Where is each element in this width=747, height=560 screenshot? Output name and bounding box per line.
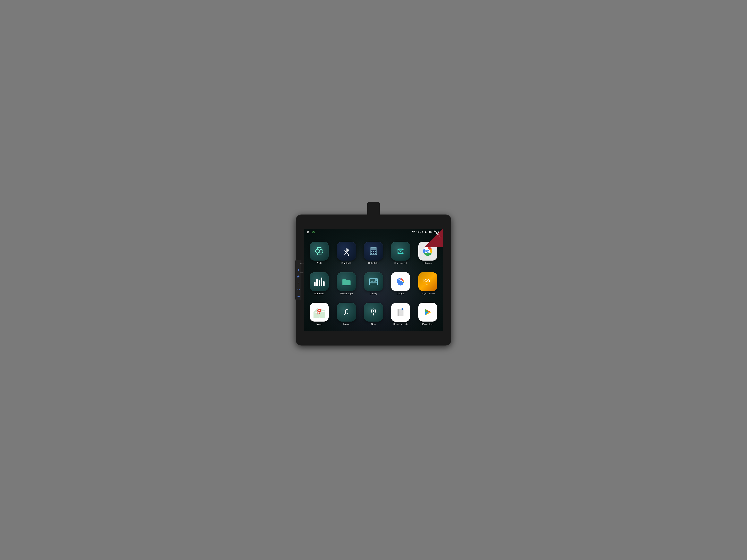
app-maps[interactable]: Maps	[306, 299, 332, 329]
app-aux[interactable]: AUX	[306, 238, 332, 268]
calculator-label: Calculator	[368, 262, 379, 264]
svg-point-16	[371, 253, 372, 254]
status-left	[306, 230, 315, 234]
svg-point-39	[318, 310, 320, 311]
main-screen: 12:49 18	[304, 229, 443, 331]
svg-text:prima: prima	[423, 284, 428, 286]
svg-rect-46	[398, 309, 399, 316]
equalizer-label: Equalizer	[314, 292, 324, 295]
app-igo[interactable]: iGO prima iGO_P719WDv2	[415, 269, 441, 298]
back-button-side[interactable]	[297, 281, 300, 285]
svg-point-18	[375, 253, 376, 254]
aux-label: AUX	[317, 262, 322, 264]
svg-line-42	[345, 309, 348, 310]
app-music[interactable]: Music	[333, 299, 359, 329]
scene: ● MIC ◄+ ◄- ● RST	[289, 208, 458, 352]
wifi-icon	[412, 231, 415, 234]
app-bluetooth[interactable]: Bluetooth	[333, 238, 359, 268]
remove-label: REMOVE	[433, 230, 442, 238]
head-unit-frame: ● MIC ◄+ ◄- ● RST	[296, 214, 451, 346]
power-button[interactable]	[297, 268, 300, 272]
svg-point-14	[373, 251, 374, 252]
svg-rect-12	[371, 248, 376, 250]
status-bar: 12:49 18	[304, 229, 443, 235]
svg-point-30	[375, 279, 377, 281]
svg-point-17	[373, 253, 374, 254]
time-display: 12:49	[416, 231, 423, 234]
playstore-label: Play Store	[422, 323, 433, 325]
maps-label: Maps	[316, 323, 322, 325]
app-filemanager[interactable]: FileManager	[333, 269, 359, 298]
app-google[interactable]: G Google	[388, 269, 413, 298]
igo-label: iGO_P719WDv2	[420, 292, 435, 295]
app-playstore[interactable]: Play Store	[415, 299, 441, 329]
svg-point-15	[375, 251, 376, 252]
home-button-side[interactable]	[297, 275, 300, 278]
svg-point-44	[373, 310, 374, 312]
svg-point-13	[371, 251, 372, 252]
app-calculator[interactable]: Calculator	[361, 238, 386, 268]
app-equalizer[interactable]: Equalizer	[306, 269, 332, 298]
opguide-label: Operation guide	[393, 323, 408, 325]
google-label: Google	[397, 292, 405, 295]
svg-point-4	[319, 249, 323, 253]
svg-point-3	[315, 249, 319, 253]
remove-badge: REMOVE	[425, 229, 443, 247]
bluetooth-label: Bluetooth	[341, 262, 352, 264]
app-opguide[interactable]: Operation guide	[388, 299, 413, 329]
home-icon[interactable]	[306, 230, 310, 234]
vol-up-button[interactable]: ◄+	[297, 288, 300, 291]
navi-label: Navi	[371, 323, 376, 325]
app-gallery[interactable]: Gallery	[361, 269, 386, 298]
app-navi[interactable]: Navi	[361, 299, 386, 329]
svg-text:iGO: iGO	[423, 279, 430, 283]
app-grid: AUX Bluetooth	[304, 237, 443, 331]
music-label: Music	[343, 323, 350, 325]
svg-rect-32	[401, 282, 404, 283]
vol-down-button[interactable]: ◄-	[297, 294, 300, 298]
home-color-icon[interactable]	[312, 230, 315, 234]
chrome-label: Chrome	[423, 262, 432, 264]
top-mount	[367, 202, 380, 217]
carlink-label: Car Link 2.0	[394, 262, 407, 264]
app-carlink[interactable]: Car Link 2.0	[388, 238, 413, 268]
side-buttons-panel: ● MIC ◄+ ◄- ● RST	[295, 260, 302, 300]
filemanager-label: FileManager	[340, 292, 353, 295]
gallery-label: Gallery	[370, 292, 377, 295]
svg-point-22	[400, 251, 401, 252]
